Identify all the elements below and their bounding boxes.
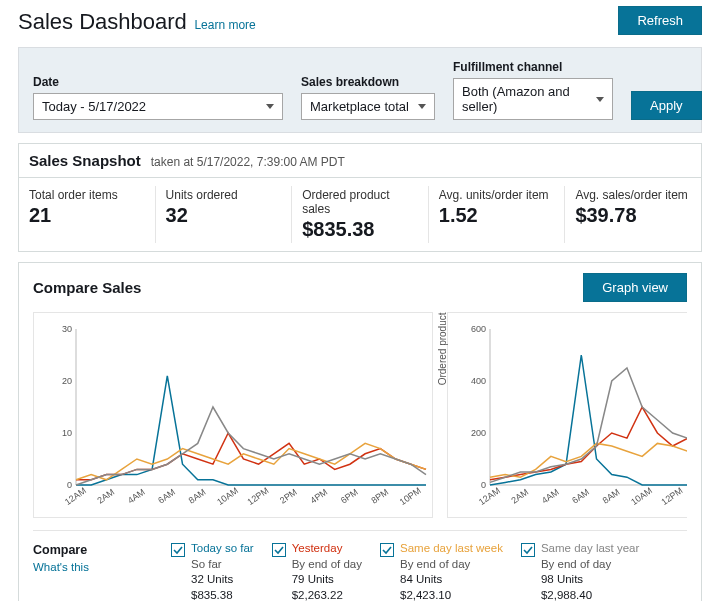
- metric-label: Avg. units/order item: [439, 188, 555, 202]
- date-select[interactable]: Today - 5/17/2022: [33, 93, 283, 120]
- legend-title: Today so far: [191, 541, 254, 557]
- legend-item: Same day last year By end of day 98 Unit…: [521, 541, 639, 601]
- legend-sub: By end of day: [292, 557, 362, 573]
- svg-text:6AM: 6AM: [156, 487, 177, 506]
- breakdown-select[interactable]: Marketplace total: [301, 93, 435, 120]
- breakdown-label: Sales breakdown: [301, 75, 435, 89]
- chart-svg: 010203012AM2AM4AM6AM8AM10AM12PM2PM4PM6PM…: [40, 323, 430, 513]
- snapshot-title: Sales Snapshot: [29, 152, 141, 169]
- chart-card: Units ordered 010203012AM2AM4AM6AM8AM10A…: [33, 312, 433, 518]
- svg-text:4PM: 4PM: [308, 487, 329, 506]
- sales-snapshot: Sales Snapshot taken at 5/17/2022, 7:39:…: [18, 143, 702, 252]
- legend-sub: So far: [191, 557, 254, 573]
- metric-label: Total order items: [29, 188, 145, 202]
- metric: Ordered product sales $835.38: [292, 186, 429, 243]
- legend-item: Same day last week By end of day 84 Unit…: [380, 541, 503, 601]
- svg-text:8AM: 8AM: [187, 487, 208, 506]
- chevron-down-icon: [266, 104, 274, 109]
- legend-sales: $2,423.10: [400, 588, 503, 601]
- metric-value: $39.78: [575, 204, 691, 227]
- legend-item: Yesterday By end of day 79 Units $2,263.…: [272, 541, 362, 601]
- svg-text:10PM: 10PM: [398, 485, 423, 507]
- metric-label: Units ordered: [166, 188, 282, 202]
- legend-title: Yesterday: [292, 541, 362, 557]
- channel-select[interactable]: Both (Amazon and seller): [453, 78, 613, 120]
- legend-units: 79 Units: [292, 572, 362, 588]
- svg-text:10AM: 10AM: [215, 485, 240, 507]
- date-label: Date: [33, 75, 283, 89]
- svg-text:10: 10: [62, 428, 72, 438]
- svg-text:4AM: 4AM: [540, 487, 561, 506]
- snapshot-timestamp: taken at 5/17/2022, 7:39:00 AM PDT: [151, 155, 345, 169]
- breakdown-select-value: Marketplace total: [310, 99, 409, 114]
- legend-checkbox[interactable]: [521, 543, 535, 557]
- svg-text:200: 200: [471, 428, 486, 438]
- compare-title: Compare Sales: [33, 279, 141, 296]
- legend-checkbox[interactable]: [380, 543, 394, 557]
- metric-value: $835.38: [302, 218, 418, 241]
- svg-text:4AM: 4AM: [126, 487, 147, 506]
- whats-this-link[interactable]: What's this: [33, 561, 153, 573]
- metric: Avg. sales/order item $39.78: [565, 186, 701, 243]
- legend-checkbox[interactable]: [272, 543, 286, 557]
- svg-text:12PM: 12PM: [660, 485, 685, 507]
- metric-value: 1.52: [439, 204, 555, 227]
- svg-text:2PM: 2PM: [278, 487, 299, 506]
- legend-units: 84 Units: [400, 572, 503, 588]
- page-title: Sales Dashboard: [18, 9, 187, 34]
- svg-text:6AM: 6AM: [570, 487, 591, 506]
- legend-sales: $2,988.40: [541, 588, 639, 601]
- legend-sub: By end of day: [541, 557, 639, 573]
- legend-sub: By end of day: [400, 557, 503, 573]
- metric-value: 32: [166, 204, 282, 227]
- metric: Units ordered 32: [156, 186, 293, 243]
- legend-units: 98 Units: [541, 572, 639, 588]
- legend-units: 32 Units: [191, 572, 254, 588]
- legend-title: Same day last year: [541, 541, 639, 557]
- legend-sales: $2,263.22: [292, 588, 362, 601]
- chevron-down-icon: [418, 104, 426, 109]
- svg-text:20: 20: [62, 376, 72, 386]
- legend-checkbox[interactable]: [171, 543, 185, 557]
- metric-label: Avg. sales/order item: [575, 188, 691, 202]
- filter-bar: Date Today - 5/17/2022 Sales breakdown M…: [18, 47, 702, 133]
- svg-text:6PM: 6PM: [339, 487, 360, 506]
- compare-label: Compare: [33, 543, 153, 557]
- refresh-button[interactable]: Refresh: [618, 6, 702, 35]
- metric-label: Ordered product sales: [302, 188, 418, 216]
- svg-text:30: 30: [62, 324, 72, 334]
- svg-text:600: 600: [471, 324, 486, 334]
- svg-text:2AM: 2AM: [509, 487, 530, 506]
- svg-text:2AM: 2AM: [95, 487, 116, 506]
- svg-text:0: 0: [67, 480, 72, 490]
- svg-text:400: 400: [471, 376, 486, 386]
- channel-label: Fulfillment channel: [453, 60, 613, 74]
- chart-ylabel: Ordered product sales: [437, 312, 448, 385]
- metric-value: 21: [29, 204, 145, 227]
- apply-button[interactable]: Apply: [631, 91, 702, 120]
- svg-text:0: 0: [481, 480, 486, 490]
- compare-sales: Compare Sales Graph view Units ordered 0…: [18, 262, 702, 601]
- date-select-value: Today - 5/17/2022: [42, 99, 146, 114]
- svg-text:12PM: 12PM: [246, 485, 271, 507]
- metric: Total order items 21: [19, 186, 156, 243]
- legend-sales: $835.38: [191, 588, 254, 601]
- chart-card: Ordered product sales 020040060012AM2AM4…: [447, 312, 687, 518]
- legend-title: Same day last week: [400, 541, 503, 557]
- channel-select-value: Both (Amazon and seller): [462, 84, 588, 114]
- chart-ylabel: Units ordered: [33, 337, 34, 397]
- chevron-down-icon: [596, 97, 604, 102]
- svg-text:10AM: 10AM: [629, 485, 654, 507]
- svg-text:8AM: 8AM: [601, 487, 622, 506]
- svg-text:8PM: 8PM: [369, 487, 390, 506]
- metric: Avg. units/order item 1.52: [429, 186, 566, 243]
- graph-view-button[interactable]: Graph view: [583, 273, 687, 302]
- chart-svg: 020040060012AM2AM4AM6AM8AM10AM12PM2PM4PM…: [454, 323, 687, 513]
- learn-more-link[interactable]: Learn more: [194, 18, 255, 32]
- legend-item: Today so far So far 32 Units $835.38: [171, 541, 254, 601]
